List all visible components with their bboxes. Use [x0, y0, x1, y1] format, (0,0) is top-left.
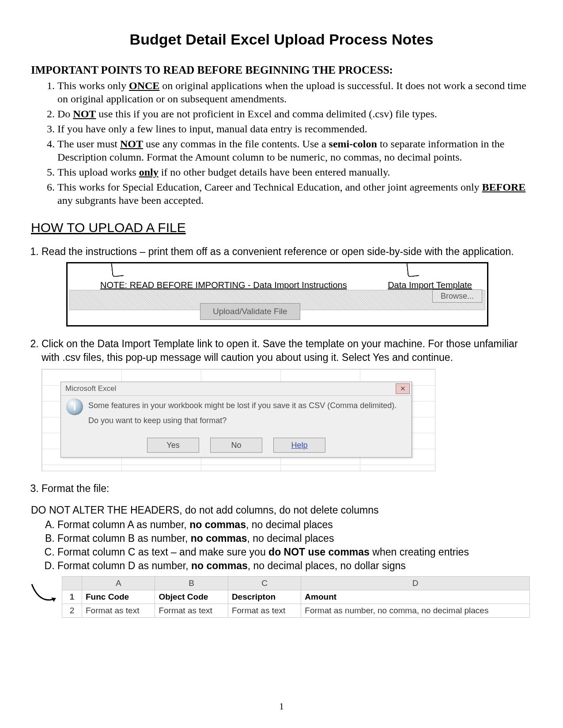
important-item: If you have only a few lines to input, m… — [57, 122, 532, 135]
important-item: The user must NOT use any commas in the … — [57, 137, 532, 164]
page-number: 1 — [0, 701, 563, 712]
no-button[interactable]: No — [210, 438, 262, 453]
excel-dialog: Microsoft Excel ✕ i Some features in you… — [60, 382, 412, 458]
step-3-sublist: Format column A as number, no commas, no… — [57, 519, 532, 572]
upload-validate-button[interactable]: Upload/Validate File — [200, 303, 300, 320]
row-header: 1 — [62, 590, 82, 604]
col-header: C — [228, 577, 301, 590]
col-header: A — [82, 577, 155, 590]
cell: Object Code — [155, 590, 228, 604]
step-1: Read the instructions – print them off a… — [42, 245, 532, 326]
template-table: A B C D 1 Func Code Object Code Descript… — [62, 576, 530, 618]
help-button[interactable]: Help — [273, 438, 325, 453]
select-all-corner — [62, 577, 82, 590]
annotation-arrow-icon — [112, 263, 123, 277]
csv-warning-figure: Microsoft Excel ✕ i Some features in you… — [42, 369, 435, 471]
annotation-arrow-icon — [407, 263, 419, 277]
dialog-title: Microsoft Excel ✕ — [61, 382, 412, 396]
yes-button[interactable]: Yes — [147, 438, 199, 453]
sub-item: Format column C as text – and make sure … — [57, 546, 532, 558]
important-item: Do NOT use this if you are not proficien… — [57, 107, 532, 120]
info-icon: i — [66, 398, 83, 415]
important-list: This works only ONCE on original applica… — [57, 79, 532, 207]
sub-item: Format column A as number, no commas, no… — [57, 519, 532, 531]
step-3-preamble: DO NOT ALTER THE HEADERS, do not add col… — [31, 504, 532, 516]
col-header: B — [155, 577, 228, 590]
step-2: Click on the Data Import Template link t… — [42, 337, 532, 471]
sub-item: Format column D as number, no commas, no… — [57, 560, 532, 572]
cell: Func Code — [82, 590, 155, 604]
annotation-arrow-icon — [28, 581, 59, 607]
howto-header: HOW TO UPLOAD A FILE — [31, 220, 532, 235]
cell: Amount — [301, 590, 530, 604]
important-item: This works for Special Education, Career… — [57, 180, 532, 207]
cell: Format as text — [155, 604, 228, 618]
browse-button[interactable]: Browse... — [432, 289, 482, 303]
steps-list: Read the instructions – print them off a… — [42, 245, 532, 495]
col-header: D — [301, 577, 530, 590]
template-columns-figure: A B C D 1 Func Code Object Code Descript… — [31, 576, 532, 618]
important-item: This upload works only if no other budge… — [57, 165, 532, 179]
page-title: Budget Detail Excel Upload Process Notes — [31, 31, 532, 48]
close-icon[interactable]: ✕ — [396, 383, 410, 394]
important-item: This works only ONCE on original applica… — [57, 79, 532, 105]
cell: Format as text — [82, 604, 155, 618]
dialog-line2: Do you want to keep using that format? — [88, 415, 406, 426]
important-header: IMPORTANT POINTS TO READ BEFORE BEGINNIN… — [31, 64, 532, 76]
import-instructions-link[interactable]: NOTE: READ BEFORE IMPORTING - Data Impor… — [100, 279, 347, 291]
row-header: 2 — [62, 604, 82, 618]
sub-item: Format column B as number, no commas, no… — [57, 533, 532, 544]
cell: Format as text — [228, 604, 301, 618]
step-3: Format the file: — [42, 482, 532, 495]
cell: Descripton — [228, 590, 301, 604]
import-panel-figure: NOTE: READ BEFORE IMPORTING - Data Impor… — [66, 262, 488, 326]
dialog-line1: Some features in your workbook might be … — [88, 400, 406, 411]
cell: Format as number, no comma, no decimal p… — [301, 604, 530, 618]
